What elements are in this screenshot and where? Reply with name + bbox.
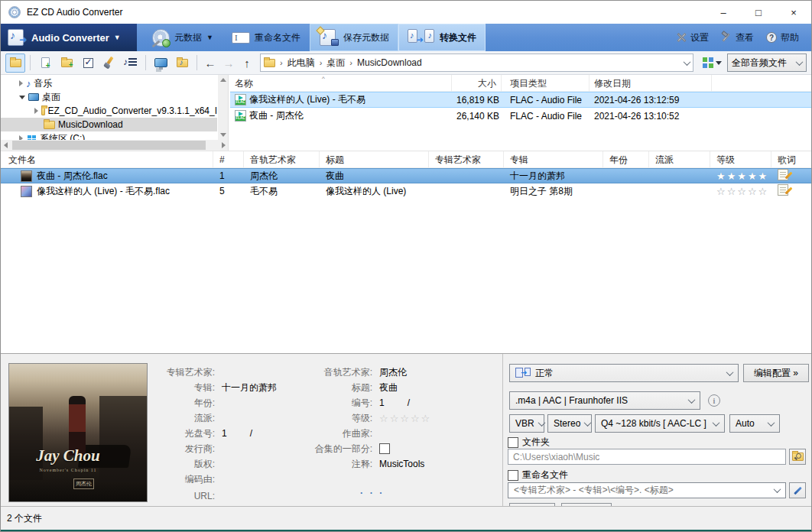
track-row[interactable]: 夜曲 - 周杰伦.flac 1 周杰伦 夜曲 十一月的萧邦 ★★★★★ — [1, 168, 811, 183]
field-encoded-by[interactable]: 编码由: — [151, 472, 222, 487]
close-button[interactable]: × — [776, 1, 811, 24]
output-path-field[interactable]: C:\Users\xiaoh\Music — [508, 449, 786, 465]
field-compilation[interactable]: 合集的一部分: — [276, 441, 390, 456]
field-copyright[interactable]: 版权: — [151, 456, 222, 472]
column-album-artist[interactable]: 专辑艺术家 — [429, 151, 504, 168]
playlist-icon — [125, 57, 137, 68]
field-publisher[interactable]: 发行商: — [151, 441, 222, 456]
column-title[interactable]: 标题 — [320, 151, 429, 168]
field-url[interactable]: URL: — [151, 488, 222, 504]
browser-row[interactable]: 像我这样的人 (Live) - 毛不易 16,819 KB FLAC - Aud… — [230, 92, 811, 108]
more-fields-link[interactable]: . . . — [360, 485, 385, 496]
expand-icon[interactable] — [34, 108, 38, 114]
audio-converter-menu-button[interactable]: ♪➜ Audio Converter ▼ — [1, 24, 137, 51]
breadcrumb[interactable]: › 此电脑 › 桌面 › MusicDownload — [260, 54, 693, 72]
tree-item-desktop[interactable]: 桌面 — [1, 90, 217, 104]
edit-pattern-button[interactable] — [789, 482, 806, 498]
field-rating[interactable]: 等级:☆☆☆☆☆ — [276, 410, 431, 426]
column-filename[interactable]: 文件名 — [1, 151, 213, 168]
minimize-button[interactable]: – — [706, 1, 741, 24]
rename-files-button[interactable]: I 重命名文件 — [222, 24, 310, 51]
view-button[interactable]: 查看 — [716, 31, 758, 44]
up-button[interactable]: ↑ — [239, 57, 255, 70]
collapse-icon[interactable] — [19, 96, 25, 99]
track-row[interactable]: 像我这样的人 (Live) - 毛不易.flac 5 毛不易 像我这样的人 (L… — [1, 183, 811, 199]
checkbox-icon — [83, 58, 93, 68]
browser-row[interactable]: 夜曲 - 周杰伦 26,140 KB FLAC - Audio File 202… — [230, 108, 811, 124]
column-type[interactable]: 项目类型 — [505, 75, 590, 92]
save-metadata-button[interactable]: ♪ 保存元数据 — [310, 24, 398, 51]
add-files-button[interactable]: + — [35, 54, 55, 73]
rename-pattern-dropdown[interactable]: <专辑艺术家> - <专辑>\<编号>. <标题> — [508, 482, 786, 498]
back-button[interactable]: ← — [202, 57, 219, 70]
view-mode-button[interactable] — [698, 54, 726, 73]
field-album[interactable]: 专辑:十一月的萧邦 — [151, 380, 277, 395]
home-folder-icon — [10, 59, 21, 67]
music-folder-button[interactable]: ♪ — [172, 54, 192, 73]
column-date[interactable]: 修改日期 — [590, 75, 712, 92]
column-year[interactable]: 年份 — [603, 151, 649, 168]
add-folder-button[interactable]: + — [57, 54, 76, 73]
breadcrumb-item-musicdownload[interactable]: MusicDownload — [357, 57, 422, 68]
tree-horizontal-scrollbar[interactable] — [1, 140, 229, 151]
column-size[interactable]: 大小 — [452, 75, 502, 92]
format-dropdown[interactable]: .m4a | AAC | Fraunhofer IIS — [509, 391, 700, 410]
column-lyrics[interactable]: 歌词 — [771, 151, 811, 168]
info-icon[interactable]: i — [708, 394, 720, 407]
samplerate-dropdown[interactable]: Auto — [729, 414, 780, 433]
breadcrumb-item-computer[interactable]: 此电脑 — [287, 57, 315, 70]
lyrics-edit-icon[interactable] — [778, 169, 788, 180]
field-title[interactable]: 标题:夜曲 — [276, 380, 398, 395]
rating-stars[interactable]: ☆☆☆☆☆ — [379, 413, 431, 424]
field-genre[interactable]: 流派: — [151, 410, 222, 426]
column-album[interactable]: 专辑 — [504, 151, 603, 168]
maximize-button[interactable]: □ — [741, 1, 776, 24]
field-track-artist[interactable]: 音轨艺术家:周杰伦 — [276, 365, 407, 380]
rename-checkbox[interactable] — [508, 470, 518, 481]
field-track-number[interactable]: 编号:1/ — [276, 395, 410, 410]
field-composer[interactable]: 作曲家: — [276, 426, 379, 441]
tree-vertical-scrollbar[interactable] — [218, 75, 228, 140]
column-rating[interactable]: 等级 — [710, 151, 771, 168]
playlist-button[interactable] — [121, 54, 141, 73]
computer-button[interactable] — [151, 54, 171, 73]
column-genre[interactable]: 流派 — [649, 151, 710, 168]
select-all-button[interactable] — [78, 54, 98, 73]
quality-dropdown[interactable]: Q4 ~128 kbit/s [ AAC-LC ] — [595, 414, 725, 433]
forward-button[interactable]: → — [220, 57, 237, 70]
tree-item-musicdownload[interactable]: MusicDownload — [1, 118, 217, 131]
rating-stars[interactable]: ☆☆☆☆☆ — [710, 186, 771, 197]
breadcrumb-dropdown-icon[interactable] — [684, 58, 691, 66]
channels-dropdown[interactable]: Stereo — [547, 414, 592, 433]
help-button[interactable]: ? 帮助 — [762, 31, 804, 44]
browse-folder-button[interactable] — [789, 449, 806, 465]
music-folder-icon: ♪ — [177, 59, 188, 67]
album-thumbnail — [21, 186, 32, 197]
convert-files-button[interactable]: ♪♪➜ 转换文件 — [398, 24, 486, 51]
edit-profile-button[interactable]: 编辑配置 » — [743, 364, 809, 382]
field-comment[interactable]: 注释:MusicTools — [276, 456, 424, 472]
clear-list-button[interactable] — [99, 54, 119, 73]
rating-stars[interactable]: ★★★★★ — [710, 170, 771, 182]
column-track[interactable]: # — [213, 151, 244, 168]
bitrate-mode-dropdown[interactable]: VBR — [509, 414, 544, 433]
column-artist[interactable]: 音轨艺术家 — [244, 151, 320, 168]
tree-item-ezcd-folder[interactable]: EZ_CD_Audio_Converter_v9.3.1.1_x64_I — [1, 104, 217, 118]
metadata-button[interactable]: 元数据 ▼ — [143, 24, 222, 51]
settings-button[interactable]: 设置 — [671, 31, 713, 44]
browser-home-button[interactable] — [5, 54, 25, 73]
profile-dropdown[interactable]: ➜ 正常 — [509, 364, 739, 382]
field-disc-number[interactable]: 光盘号:1/ — [151, 426, 252, 441]
expand-icon[interactable] — [19, 80, 23, 86]
compilation-checkbox[interactable] — [379, 443, 390, 454]
breadcrumb-item-desktop[interactable]: 桌面 — [326, 57, 345, 70]
convert-files-label: 转换文件 — [440, 31, 476, 44]
column-name[interactable]: 名称^ — [230, 75, 452, 92]
field-year[interactable]: 年份: — [151, 395, 222, 410]
file-filter-dropdown[interactable]: 全部音频文件 — [727, 54, 807, 72]
tree-item-music[interactable]: ♪ 音乐 — [1, 76, 217, 90]
lyrics-edit-icon[interactable] — [778, 184, 788, 196]
field-album-artist[interactable]: 专辑艺术家: — [151, 365, 222, 380]
scrollbar-thumb[interactable] — [12, 141, 206, 150]
folder-checkbox[interactable] — [508, 437, 518, 448]
